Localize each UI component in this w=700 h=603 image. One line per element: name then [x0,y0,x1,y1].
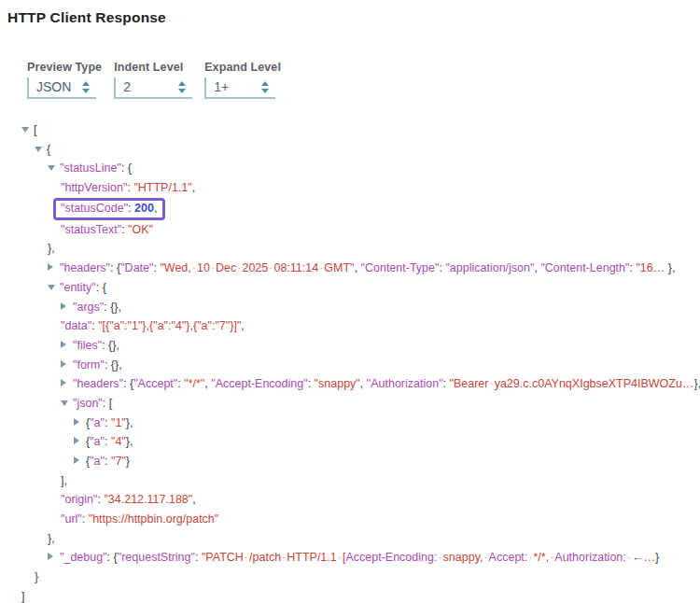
json-token: Authorization: [554,551,625,564]
json-token: "a" [90,435,105,448]
json-token: , [241,319,244,332]
json-token: "Content-Length" [540,261,629,274]
json-token: "entity" [60,281,96,294]
json-token: Accept: [489,551,528,564]
json-token: , [192,181,195,194]
expand-level-select[interactable]: 1+ [204,77,275,99]
json-token: "files" [73,339,102,352]
json-token: "statusLine" [60,161,121,175]
expand-triangle-icon[interactable] [61,297,73,316]
json-row: "_debug": {"requestString": "PATCH·/patc… [0,548,700,568]
json-token: : { [123,377,133,390]
json-token: 200 [134,202,154,215]
indent-level-value: 2 [123,79,131,94]
json-token: ya29.c.c0AYnqXIgbseXTP4IBWOZu… [495,377,694,390]
json-token: "url" [61,512,82,526]
json-token: "httpVersion" [61,181,127,194]
json-token: "headers" [73,377,123,390]
json-token: "a" [90,416,105,429]
json-token: { [47,143,50,156]
json-token: "Date" [120,261,153,274]
json-token: "data" [61,319,91,332]
json-row: "httpVersion": "HTTP/1.1", [0,178,700,198]
json-row: {"a": "1"}, [0,414,700,433]
json-row: ], [0,471,700,491]
json-token: , [192,493,195,506]
json-token: Accept-Encoding: [345,551,437,564]
collapse-triangle-icon[interactable] [35,139,47,159]
json-token: } [655,551,659,564]
page-title: HTTP Client Response [0,0,700,26]
json-token: ←… [632,551,655,564]
json-token: : [195,551,202,564]
json-token: }, [693,377,700,390]
preview-type-value: JSON [36,79,71,94]
preview-type-label: Preview Type [27,61,102,74]
json-row: "args": {}, [0,298,700,317]
json-token: : [105,435,111,448]
json-token: "_debug" [60,551,107,564]
json-token: "headers" [60,261,110,274]
json-row: "statusLine": { [0,159,700,178]
json-token: "requestString" [118,551,195,564]
json-token: : {}, [105,358,122,372]
collapse-triangle-icon[interactable] [48,158,60,177]
json-token: : { [96,281,106,294]
expand-triangle-icon[interactable] [74,451,86,470]
json-row: "files": {}, [0,336,700,356]
json-token: "Accept-Encoding" [211,377,307,390]
collapse-triangle-icon[interactable] [21,119,34,139]
json-token: }, [665,261,675,274]
json-token: : [82,512,89,526]
json-row: "data": "[{"a":"1"},{"a":"4"},{"a":"7"}]… [0,316,700,336]
collapse-triangle-icon[interactable] [48,277,60,297]
json-row: ] [0,587,700,603]
json-token: "application/json" [445,261,534,274]
json-tree: [{"statusLine": {"httpVersion": "HTTP/1.… [0,120,700,603]
json-token: GMT" [324,261,354,274]
http-client-response-panel: HTTP Client Response Preview Type JSON I… [0,0,700,603]
json-token: "Content-Type" [361,261,440,274]
json-token: : { [110,261,120,274]
json-token: }, [126,416,133,429]
json-token: "snappy" [315,377,360,390]
json-token: }, [48,532,55,545]
spinner-arrows-icon[interactable] [178,81,186,93]
json-token: : { [107,551,118,564]
spinner-arrows-icon[interactable] [261,81,269,93]
json-token: : {}, [102,339,119,352]
json-row: "statusText": "OK" [0,220,700,240]
json-token: , [154,202,157,215]
expand-triangle-icon[interactable] [61,355,73,374]
json-row: {"a": "7"} [0,452,700,471]
json-token: "HTTP/1.1" [133,181,191,194]
json-token: Dec [216,261,236,274]
json-row: "origin": "34.212.117.188", [0,490,700,510]
json-row: {"a": "4"}, [0,432,700,452]
json-token: : [308,377,315,390]
json-row: "url": "https://httpbin.org/patch" [0,510,700,529]
json-row: "statusCode": 200, [0,198,700,220]
expand-triangle-icon[interactable] [74,413,86,432]
json-token: "statusText" [61,223,121,236]
spinner-arrows-icon[interactable] [82,81,90,93]
json-token: "Accept" [133,377,177,390]
json-token: }, [48,242,55,255]
collapse-triangle-icon[interactable] [61,393,73,413]
json-row: "entity": { [0,278,700,298]
json-token: ], [61,474,67,487]
expand-triangle-icon[interactable] [74,431,86,451]
preview-type-select[interactable]: JSON [27,77,96,99]
json-token: "statusCode" [61,202,128,215]
expand-triangle-icon[interactable] [48,258,60,277]
expand-triangle-icon[interactable] [48,547,60,567]
expand-triangle-icon[interactable] [61,335,73,355]
indent-level-select[interactable]: 2 [114,77,192,99]
json-token: "[{"a":"1"},{"a":"4"},{"a":"7"}]" [98,319,241,332]
json-row: [ [0,120,700,140]
json-token: "form" [73,358,105,372]
json-token: "Wed, [160,261,190,274]
expand-triangle-icon[interactable] [61,373,73,393]
indent-level-label: Indent Level [114,61,192,74]
json-token: 2025 [242,261,268,274]
